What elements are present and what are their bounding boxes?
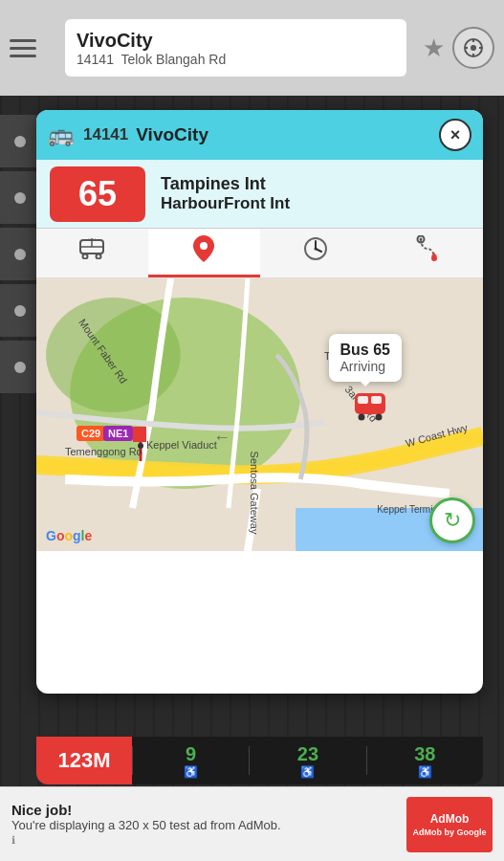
stop-address: 14141 Telok Blangah Rd <box>77 52 395 67</box>
modal-card: 🚌 14141 VivoCity × 65 Tampines Int Harbo… <box>36 110 483 694</box>
location-tab-icon <box>193 235 214 268</box>
refresh-button[interactable]: ↻ <box>429 497 475 543</box>
modal-header: 🚌 14141 VivoCity × <box>36 110 483 160</box>
svg-point-11 <box>200 242 208 250</box>
tab-location[interactable] <box>148 229 260 277</box>
svg-point-15 <box>314 248 317 251</box>
tab-clock[interactable] <box>260 229 372 277</box>
clock-tab-icon <box>303 236 328 267</box>
ad-info: ℹ <box>11 834 406 847</box>
destination-2: HarbourFront Int <box>161 194 290 213</box>
arrival-item-4: 38 ♿ <box>367 743 483 779</box>
svg-point-7 <box>83 254 88 259</box>
ad-title: Nice job! <box>11 802 406 818</box>
top-bar: VivoCity 14141 Telok Blangah Rd ★ <box>0 0 504 96</box>
ad-text: Nice job! You're displaying a 320 x 50 t… <box>11 802 406 847</box>
arrival-bar: 123M 9 ♿ 23 ♿ 38 ♿ <box>36 737 483 784</box>
google-logo: Google <box>46 528 92 543</box>
arrival-item-2: 9 ♿ <box>133 743 249 779</box>
route-bar: 65 Tampines Int HarbourFront Int <box>36 160 483 229</box>
modal-stop-num: 14141 <box>83 125 128 144</box>
side-tabs <box>0 115 40 393</box>
tab-bar <box>36 229 483 278</box>
bus-on-map <box>353 388 387 430</box>
arrival-item-3: 23 ♿ <box>250 743 365 779</box>
arrival-first: 123M <box>36 737 132 784</box>
side-tab-4[interactable] <box>0 284 40 337</box>
tab-bus[interactable] <box>36 229 148 277</box>
gps-button[interactable] <box>452 27 494 69</box>
ad-logo: AdMob AdMob by Google <box>406 797 493 852</box>
accessible-icon-3: ♿ <box>300 765 315 779</box>
stop-marker <box>127 425 154 470</box>
road-arrow: ← <box>213 428 230 448</box>
accessible-icon-4: ♿ <box>418 765 432 779</box>
svg-point-1 <box>471 45 476 51</box>
modal-stop-name: VivoCity <box>136 124 439 145</box>
svg-rect-29 <box>133 427 146 442</box>
ad-body: You're displaying a 320 x 50 test ad fro… <box>11 818 406 832</box>
bus-icon: 🚌 <box>48 122 74 147</box>
route-number-badge: 65 <box>50 166 145 222</box>
close-button[interactable]: × <box>439 119 471 151</box>
svg-point-30 <box>138 443 143 449</box>
side-tab-2[interactable] <box>0 171 40 224</box>
route-destinations: Tampines Int HarbourFront Int <box>161 174 290 213</box>
tooltip-arriving: Arriving <box>340 359 390 374</box>
tab-route[interactable] <box>371 229 483 277</box>
map-area[interactable]: Mount Faber Rd Temenggong Rd 3ahru Rd W … <box>36 278 483 551</box>
search-box[interactable]: VivoCity 14141 Telok Blangah Rd <box>65 19 406 77</box>
route-tab-icon <box>414 235 441 268</box>
accessible-icon-2: ♿ <box>184 765 198 779</box>
favourite-button[interactable]: ★ <box>414 29 452 67</box>
side-tab-5[interactable] <box>0 341 40 393</box>
svg-rect-25 <box>371 396 382 404</box>
menu-button[interactable] <box>10 29 48 67</box>
bus-tooltip: Bus 65 Arriving <box>329 334 402 382</box>
svg-rect-24 <box>358 396 368 404</box>
svg-point-27 <box>376 414 383 421</box>
ad-banner: Nice job! You're displaying a 320 x 50 t… <box>0 786 504 861</box>
tooltip-bus-label: Bus 65 <box>340 342 390 359</box>
svg-point-17 <box>419 238 422 241</box>
side-tab-1[interactable] <box>0 115 40 167</box>
side-tab-3[interactable] <box>0 228 40 280</box>
c29-badge: C29 <box>77 426 105 441</box>
app-title: VivoCity <box>77 30 395 52</box>
svg-point-26 <box>359 414 365 421</box>
destination-1: Tampines Int <box>161 174 290 194</box>
bus-tab-icon <box>78 238 105 265</box>
svg-point-8 <box>97 254 101 259</box>
